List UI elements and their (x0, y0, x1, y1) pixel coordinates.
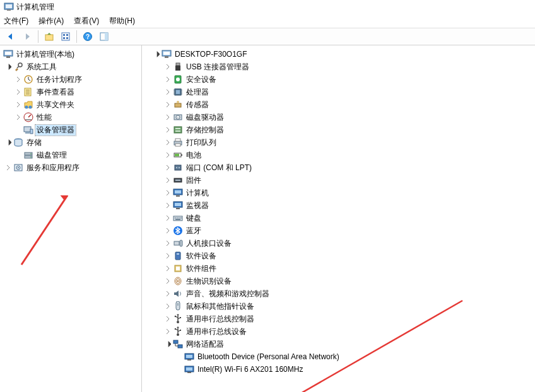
node-performance[interactable]: 性能 (0, 111, 141, 124)
chevron-right-icon[interactable] (163, 264, 172, 273)
svg-rect-8 (66, 37, 68, 39)
chevron-right-icon[interactable] (163, 163, 172, 172)
menu-file[interactable]: 文件(F) (4, 16, 28, 26)
chevron-down-icon[interactable] (152, 50, 161, 59)
back-button[interactable] (4, 30, 18, 43)
menu-action[interactable]: 操作(A) (38, 16, 64, 26)
node-monitors[interactable]: 监视器 (150, 199, 535, 212)
chevron-right-icon[interactable] (163, 138, 172, 147)
svg-rect-74 (176, 195, 180, 197)
chevron-right-icon[interactable] (163, 214, 172, 222)
node-network-adapter-0[interactable]: Bluetooth Device (Personal Area Network) (150, 350, 535, 363)
svg-rect-26 (30, 129, 33, 134)
node-services-apps[interactable]: 服务和应用程序 (0, 161, 141, 174)
svg-rect-102 (180, 330, 181, 331)
node-computer-root[interactable]: DESKTOP-F30O1GF (150, 48, 535, 61)
svg-rect-14 (5, 52, 11, 55)
node-biometric[interactable]: 生物识别设备 (150, 275, 535, 287)
action-pane-button[interactable] (97, 30, 111, 43)
chevron-right-icon[interactable] (163, 226, 172, 235)
hid-icon (173, 238, 183, 248)
node-usb-devices[interactable]: 通用串行总线设备 (150, 325, 535, 338)
chevron-right-icon[interactable] (163, 113, 172, 122)
chevron-right-icon[interactable] (163, 302, 172, 311)
chevron-right-icon[interactable] (163, 251, 172, 260)
node-bluetooth[interactable]: 蓝牙 (150, 224, 535, 237)
node-local-computer[interactable]: 计算机管理(本地) (0, 48, 141, 61)
chevron-right-icon[interactable] (163, 176, 172, 185)
node-sound-video-game[interactable]: 声音、视频和游戏控制器 (150, 287, 535, 300)
node-mice[interactable]: 鼠标和其他指针设备 (150, 300, 535, 313)
chevron-right-icon[interactable] (163, 151, 172, 159)
pane-gutter[interactable] (142, 45, 150, 392)
node-label: 通用串行总线设备 (186, 326, 247, 337)
node-label: 共享文件夹 (37, 100, 74, 110)
node-keyboards[interactable]: 键盘 (150, 212, 535, 224)
node-storage-controllers[interactable]: 存储控制器 (150, 124, 535, 136)
node-hid[interactable]: 人机接口设备 (150, 237, 535, 250)
node-label: Intel(R) Wi-Fi 6 AX201 160MHz (197, 365, 303, 374)
node-shared-folders[interactable]: 共享文件夹 (0, 98, 141, 111)
chevron-right-icon[interactable] (163, 327, 172, 336)
node-security-devices[interactable]: 安全设备 (150, 73, 535, 86)
chevron-right-icon[interactable] (163, 239, 172, 248)
chevron-right-icon[interactable] (163, 277, 172, 285)
node-label: 人机接口设备 (186, 238, 232, 249)
menu-view[interactable]: 查看(V) (74, 16, 99, 26)
node-sensors[interactable]: 传感器 (150, 98, 535, 111)
node-software-components[interactable]: 软件组件 (150, 262, 535, 275)
chevron-down-icon[interactable] (4, 138, 13, 147)
node-usb-connector[interactable]: USB 连接器管理器 (150, 61, 535, 73)
node-label: 设备管理器 (37, 125, 74, 135)
help-button[interactable]: ? (81, 30, 95, 43)
properties-button[interactable] (59, 30, 73, 43)
node-disk-drives[interactable]: 磁盘驱动器 (150, 111, 535, 124)
node-print-queues[interactable]: 打印队列 (150, 136, 535, 149)
node-task-scheduler[interactable]: 任务计划程序 (0, 73, 141, 86)
node-device-manager[interactable]: 设备管理器 (0, 124, 141, 136)
node-processors[interactable]: 处理器 (150, 86, 535, 98)
chevron-right-icon[interactable] (163, 289, 172, 298)
svg-rect-85 (174, 241, 179, 245)
node-usb-controllers[interactable]: 通用串行总线控制器 (150, 313, 535, 325)
node-firmware[interactable]: 固件 (150, 174, 535, 187)
svg-rect-90 (176, 267, 180, 270)
chevron-down-icon[interactable] (163, 340, 172, 349)
chevron-right-icon[interactable] (163, 201, 172, 210)
node-storage[interactable]: 存储 (0, 136, 141, 149)
chevron-right-icon[interactable] (163, 62, 172, 71)
node-computer[interactable]: 计算机 (150, 187, 535, 199)
svg-rect-80 (177, 217, 178, 219)
chevron-right-icon[interactable] (14, 100, 23, 109)
chevron-right-icon[interactable] (163, 75, 172, 84)
chevron-right-icon[interactable] (14, 113, 23, 122)
node-network-adapter-1[interactable]: Intel(R) Wi-Fi 6 AX201 160MHz (150, 363, 535, 376)
left-tree-pane[interactable]: 计算机管理(本地) 系统工具 任务计划程序 (0, 45, 142, 392)
node-software-devices[interactable]: 软件设备 (150, 250, 535, 262)
chevron-right-icon[interactable] (163, 88, 172, 96)
node-label: 存储 (26, 137, 42, 148)
chevron-right-icon[interactable] (14, 75, 23, 84)
chevron-right-icon[interactable] (163, 188, 172, 197)
node-system-tools[interactable]: 系统工具 (0, 61, 141, 73)
node-batteries[interactable]: 电池 (150, 149, 535, 161)
chevron-down-icon[interactable] (4, 62, 13, 71)
svg-rect-110 (187, 372, 191, 373)
right-tree-pane[interactable]: DESKTOP-F30O1GFUSB 连接器管理器安全设备处理器传感器磁盘驱动器… (150, 45, 535, 392)
node-disk-management[interactable]: 磁盘管理 (0, 149, 141, 161)
node-event-viewer[interactable]: 事件查看器 (0, 86, 141, 98)
chevron-right-icon[interactable] (163, 314, 172, 323)
chevron-right-icon[interactable] (163, 125, 172, 134)
node-network-adapters[interactable]: 网络适配器 (150, 338, 535, 350)
mice-icon (173, 301, 183, 311)
monitors-icon (173, 200, 183, 210)
node-ports[interactable]: 端口 (COM 和 LPT) (150, 161, 535, 174)
up-button[interactable] (42, 30, 56, 43)
chevron-right-icon[interactable] (163, 100, 172, 109)
chevron-right-icon[interactable] (4, 163, 13, 172)
chevron-right-icon[interactable] (14, 88, 23, 96)
svg-rect-2 (7, 9, 11, 11)
forward-button[interactable] (20, 30, 34, 43)
usb-connector-icon (173, 62, 183, 72)
menu-help[interactable]: 帮助(H) (109, 16, 135, 26)
